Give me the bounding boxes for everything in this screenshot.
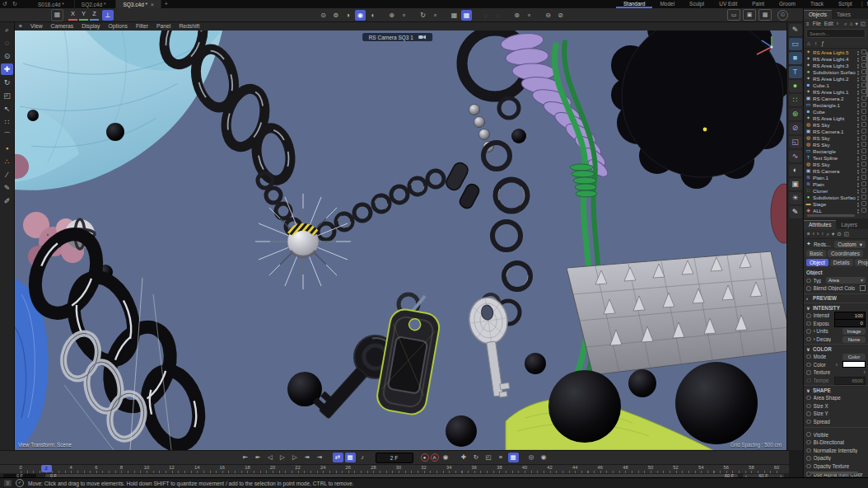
visibility-dots[interactable] <box>857 58 860 59</box>
workspace-tab[interactable]: UV Edit <box>712 0 744 8</box>
key-scale-toggle[interactable]: ◰ <box>483 453 494 462</box>
camera-label[interactable]: RS Camera SQ3 1 <box>362 33 432 41</box>
attribute-row[interactable]: Intensity 100 <box>804 312 868 320</box>
object-row[interactable]: ✦ RS Area Light.3 <box>804 62 868 68</box>
rectangle-spline-icon[interactable]: ▭ <box>789 38 802 50</box>
object-label[interactable]: Plain.1 <box>813 175 856 181</box>
object-label[interactable]: RS Area Light.2 <box>813 76 856 82</box>
attribute-tab-chip[interactable]: Details <box>830 259 853 266</box>
attribute-value[interactable]: 0 <box>834 319 866 327</box>
attribute-row[interactable]: Exposure (EV) 0 <box>804 320 868 328</box>
point-tool-icon[interactable]: ▪ <box>1 143 13 154</box>
object-row[interactable]: ◆ ALL <box>804 207 868 214</box>
object-label[interactable]: RS Area Light.4 <box>813 56 856 62</box>
visibility-dots[interactable] <box>857 157 860 158</box>
back-icon[interactable]: ‹ <box>813 231 814 237</box>
search-icon[interactable]: ⌕ <box>826 231 829 237</box>
subdivision-surface-icon[interactable]: ● <box>789 80 802 92</box>
attribute-row[interactable]: Mode Color <box>804 353 868 361</box>
visibility-dots[interactable] <box>857 150 860 152</box>
loop-toggle[interactable]: ⇄ <box>333 453 343 462</box>
object-label[interactable]: Cube.1 <box>813 82 856 88</box>
render-flag[interactable] <box>861 188 866 193</box>
object-row[interactable]: ▭ Rectangle.1 <box>804 101 868 108</box>
attribute-value[interactable]: None <box>842 336 866 343</box>
viewport[interactable]: ≡ View Cameras Display Options Filter Pa… <box>15 21 786 450</box>
visibility-dots[interactable] <box>857 209 860 211</box>
visibility-dots[interactable] <box>857 183 860 185</box>
render-flag[interactable] <box>861 148 866 153</box>
object-row[interactable]: ▣ RS Camera <box>804 167 868 174</box>
playhead[interactable]: 2 <box>41 465 52 472</box>
more-menus-icon[interactable]: › <box>837 21 838 26</box>
next-key-button[interactable]: ↠ <box>302 453 313 462</box>
file-menu[interactable]: File <box>813 21 821 26</box>
render-region-icon[interactable]: ⊚ <box>330 10 341 21</box>
object-row[interactable]: ✦ RS Area Light.2 <box>804 75 868 82</box>
object-label[interactable]: RS Sky <box>813 135 856 141</box>
current-frame-field[interactable]: 2 F <box>376 453 413 463</box>
search-icon[interactable]: ⌕ <box>844 21 847 27</box>
object-label[interactable]: Rectangle.1 <box>813 102 856 108</box>
attribute-row[interactable]: ∨ SHAPE <box>804 385 868 394</box>
parent-up-icon[interactable]: ↑ <box>814 40 817 46</box>
workspace-tab[interactable]: Sculpt <box>682 0 712 8</box>
rotate-snap-icon[interactable]: ↻ <box>418 10 428 21</box>
object-row[interactable]: ✦ RS Area Light.1 <box>804 88 868 95</box>
panel-tab[interactable]: Objects <box>804 10 832 19</box>
keyframe-dot[interactable] <box>806 456 811 461</box>
camera-icon[interactable]: ▣ <box>789 178 802 190</box>
lock-icon[interactable]: ⊙ <box>837 231 841 237</box>
viewport-menu-item[interactable]: Redshift <box>179 23 199 29</box>
home-filter-icon[interactable]: ⌂ <box>807 40 810 46</box>
object-label[interactable]: RS Area Light.5 <box>813 49 856 55</box>
attribute-value[interactable]: 100 <box>834 312 866 320</box>
object-label[interactable]: Stage <box>813 201 856 207</box>
axis-mode-toggle[interactable]: ⊥ <box>102 10 114 21</box>
axis-lock-button[interactable]: Z <box>90 10 99 21</box>
status-menu-icon[interactable]: ≡ <box>4 480 12 486</box>
move-tool-icon[interactable]: ✚ <box>1 63 13 75</box>
keyframe-dot[interactable] <box>806 329 811 334</box>
keyframe-dot[interactable] <box>806 432 811 437</box>
zoom-tool-icon[interactable]: ⌕ <box>1 24 13 35</box>
visibility-dots[interactable] <box>857 137 860 138</box>
deformer-icon[interactable]: ⊘ <box>789 122 802 134</box>
document-tab-label[interactable]: SQ2.c4d * <box>82 2 106 7</box>
attribute-row[interactable]: Opacity <box>804 454 868 462</box>
keyframe-dot[interactable] <box>806 354 811 359</box>
document-tab[interactable]: S018.c4d * <box>31 0 75 8</box>
keyframe-dot[interactable] <box>806 378 811 383</box>
object-row[interactable]: ✦ RS Area Light <box>804 115 868 121</box>
prev-key-button[interactable]: ↞ <box>253 453 264 462</box>
sound-toggle[interactable]: ♪ <box>357 453 368 462</box>
jump-start-button[interactable]: ⇤ <box>240 453 251 462</box>
attribute-row[interactable]: Object <box>804 269 868 277</box>
attribute-row[interactable]: Size Y <box>804 410 868 418</box>
function-filter-icon[interactable]: ƒ <box>821 40 824 46</box>
visibility-dots[interactable] <box>857 77 860 79</box>
object-row[interactable]: ∷ Cloner <box>804 187 868 194</box>
visibility-dots[interactable] <box>857 203 860 204</box>
snap-dot-icon[interactable]: ∘ <box>524 10 534 21</box>
object-label[interactable]: RS Sky <box>813 122 856 128</box>
document-tab[interactable]: SQ3.c4d * × <box>116 0 161 8</box>
filter-icon[interactable]: ▾ <box>856 21 858 27</box>
timeline-ruler[interactable]: 2 02468101214161820222426283032343638404… <box>0 464 789 473</box>
keyframe-dot[interactable] <box>806 420 811 425</box>
attribute-row[interactable]: ∨ INTENSITY <box>804 303 868 312</box>
fur-ball-light[interactable] <box>255 194 351 289</box>
cursor-tool-icon[interactable]: ↖ <box>1 103 13 115</box>
keyframe-selection-toggle[interactable]: ▦ <box>508 453 519 462</box>
keyframe-dot[interactable] <box>806 396 811 401</box>
material-manager-icon[interactable]: ◖ <box>367 10 378 21</box>
layout-overflow-icon[interactable]: ⋮ <box>860 0 866 8</box>
attribute-row[interactable]: Area Shape <box>804 394 868 402</box>
attribute-row[interactable]: ∨ COLOR <box>804 344 868 353</box>
visibility-dots[interactable] <box>857 117 860 119</box>
workspace-tab[interactable]: Track <box>803 0 831 8</box>
popout-icon[interactable]: ◱ <box>861 21 866 27</box>
render-settings-icon[interactable]: ◑ <box>343 10 353 21</box>
light-indicator[interactable] <box>703 128 707 132</box>
keyframe-dot[interactable] <box>806 363 811 368</box>
